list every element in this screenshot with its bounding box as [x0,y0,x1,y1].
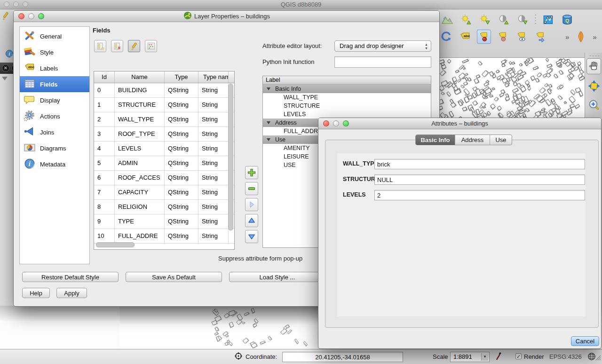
tab-address[interactable]: Address [455,135,490,145]
edit-pencil-icon[interactable] [1,11,10,23]
contrast-down-icon[interactable] [515,13,530,27]
add-item-button[interactable] [245,166,258,179]
attribute-editor-layout-dropdown[interactable]: Drag and drop designer ▲▼ [334,40,431,52]
tab-basic-info[interactable]: Basic Info [416,135,455,145]
toolbar-drag-handle[interactable] [589,55,599,57]
help-button[interactable]: Help [22,288,50,298]
delete-column-button[interactable] [111,40,123,52]
contrast-up-icon[interactable] [497,13,511,27]
column-header-name[interactable]: Name [115,71,165,83]
map-canvas[interactable] [439,57,585,120]
new-column-button[interactable] [94,40,106,52]
tree-expand-icon[interactable] [267,138,270,141]
label-eye-icon[interactable] [515,30,529,44]
tree-item-basic info[interactable]: Basic Info [263,85,431,93]
scale-combo[interactable]: 1:8891 ▼ [450,352,490,362]
table-row[interactable]: 0BUILDINGQStringString [94,83,234,98]
column-header-type-name[interactable]: Type name [198,71,229,83]
restore-default-style-button[interactable]: Restore Default Style [22,272,119,282]
table-row[interactable]: 9TYPEQStringString [94,214,234,229]
info-icon[interactable]: i [5,49,14,60]
field-input-structure[interactable] [374,174,585,185]
zoom-in-button[interactable] [586,97,601,113]
move-right-button[interactable] [245,198,258,211]
feather-icon[interactable] [574,30,588,44]
node-tool-icon[interactable] [541,13,555,27]
elevation-icon[interactable] [440,13,454,27]
table-row[interactable]: 3ROOF_TYPEQStringString [94,127,234,142]
sidebar-item-fields[interactable]: Fields [20,76,89,92]
label-pin-icon[interactable] [496,30,510,44]
sidebar-item-labels[interactable]: abcLabels [20,60,89,76]
coordinate-tracker-icon[interactable] [234,351,243,363]
tab-use[interactable]: Use [490,135,512,145]
zoom-dialog-icon[interactable] [343,120,349,127]
sidebar-item-general[interactable]: General [20,28,89,44]
dock-close-icon[interactable]: ✕ [2,64,9,72]
table-row[interactable]: 7CAPACITYQStringString [94,185,234,200]
zoom-dialog-icon[interactable] [38,13,44,19]
sidebar-item-display[interactable]: Display [20,92,89,108]
minimize-window-icon[interactable] [13,1,19,7]
chevrons-icon[interactable]: » [565,33,569,41]
apply-button[interactable]: Apply [56,288,87,298]
save-as-default-button[interactable]: Save As Default [126,272,222,282]
tree-item-structure[interactable]: STRUCTURE [263,102,431,110]
table-row[interactable]: 6ROOF_ACCESQStringString [94,171,234,185]
pan-to-selection-button[interactable] [586,78,601,94]
label-abc-icon[interactable]: abc [458,30,472,44]
brightness-up-icon[interactable] [459,13,473,27]
table-row[interactable]: 1STRUCTUREQStringString [94,98,234,112]
chevrons-icon[interactable]: » [593,33,596,41]
tree-item-wall_type[interactable]: WALL_TYPE [263,93,431,102]
label-move-icon[interactable] [533,30,547,44]
field-input-levels[interactable] [374,190,585,200]
tree-expand-icon[interactable] [267,121,270,124]
main-window-controls[interactable] [4,1,28,7]
cancel-button[interactable]: Cancel [571,336,599,346]
sidebar-item-joins[interactable]: Joins [20,124,89,140]
database-icon[interactable]: Q [560,13,574,27]
column-header-id[interactable]: Id [94,71,115,83]
sidebar-item-label: General [40,33,62,40]
rotate-icon[interactable] [439,30,453,44]
tree-expand-icon[interactable] [267,87,270,90]
zoom-window-icon[interactable] [23,1,28,7]
close-window-icon[interactable] [4,1,9,7]
sidebar-item-diagrams[interactable]: Diagrams [20,140,89,156]
brightness-down-icon[interactable] [478,13,492,27]
resize-grip[interactable] [594,354,601,361]
minimize-dialog-icon[interactable] [28,13,34,19]
move-down-button[interactable] [245,230,258,243]
table-row[interactable]: 10FULL_ADDREQStringString [94,229,234,244]
sidebar-item-style[interactable]: Style [20,44,89,60]
minimize-dialog-icon[interactable] [333,120,339,127]
layer-properties-titlebar[interactable]: Layer Properties – buildings [14,11,439,22]
table-row[interactable]: 2WALL_TYPEQStringString [94,112,234,127]
render-checkbox[interactable]: ✓ [515,353,522,359]
close-dialog-icon[interactable] [18,13,24,19]
pan-map-button[interactable] [586,58,601,74]
attributes-titlebar[interactable]: Attributes – buildings [318,118,601,129]
sidebar-item-actions[interactable]: Actions [20,108,89,124]
horizontal-scrollbar[interactable] [96,242,135,247]
load-style-button[interactable]: Load Style ... [229,272,325,282]
column-header-type[interactable]: Type [165,71,198,83]
close-dialog-icon[interactable] [323,120,329,127]
table-row[interactable]: 5ADMINQStringString [94,156,234,171]
move-up-button[interactable] [245,214,258,227]
vertical-scrollbar[interactable] [228,84,233,230]
table-row[interactable]: 4LEVELSQStringString [94,142,234,156]
sidebar-item-metadata[interactable]: iMetadata [20,156,89,172]
crs-label: EPSG:4326 [549,353,582,360]
field-input-wall_type[interactable] [374,159,585,169]
remove-item-button[interactable] [245,182,258,195]
edit-pencil-button[interactable] [128,40,140,52]
table-row[interactable]: 8RELIGIONQStringString [94,200,234,214]
scale-lock-icon[interactable] [494,352,503,363]
dock-disclosure-triangle[interactable] [2,77,8,80]
label-pin-red-icon[interactable] [477,30,491,44]
field-calculator-button[interactable] [145,40,157,52]
coordinate-input[interactable] [282,352,403,362]
python-init-input[interactable] [334,56,431,68]
